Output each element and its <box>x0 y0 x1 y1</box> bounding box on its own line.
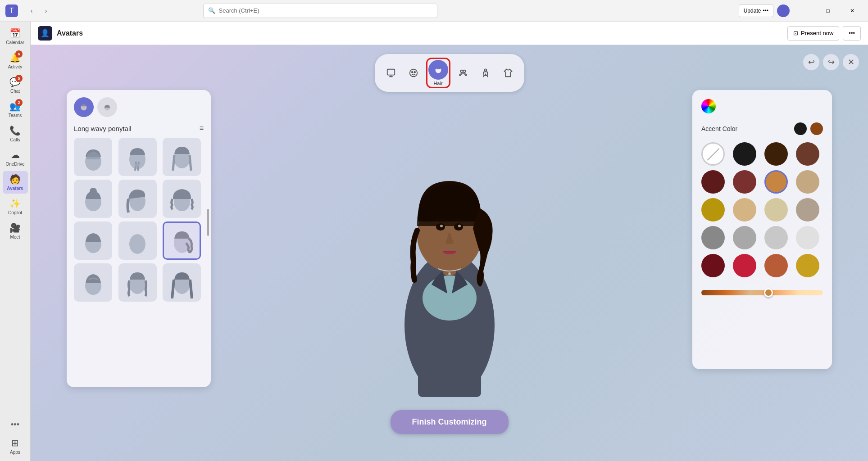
accent-swatch-brown[interactable] <box>810 122 823 135</box>
calls-icon: 📞 <box>9 125 21 136</box>
sidebar-item-calendar[interactable]: 📅 Calendar <box>3 25 28 48</box>
toolbar-hair-button[interactable] <box>428 60 448 80</box>
teams-icon: 👥 2 <box>9 101 21 112</box>
sidebar-item-label: Teams <box>9 113 22 118</box>
sidebar-item-copilot[interactable]: ✨ Copilot <box>3 195 28 218</box>
color-swatch-light-brown[interactable] <box>796 170 819 194</box>
calendar-icon: 📅 <box>9 28 21 39</box>
onedrive-icon: ☁ <box>11 149 20 160</box>
sidebar-item-meet[interactable]: 🎥 Meet <box>3 220 28 242</box>
undo-button[interactable]: ↩ <box>803 54 819 70</box>
toolbar-body-button[interactable] <box>476 63 495 83</box>
hair-item-12[interactable] <box>163 263 201 302</box>
color-swatch-none[interactable] <box>701 142 725 166</box>
sidebar-item-avatars[interactable]: 🧑 Avatars <box>3 171 28 194</box>
user-avatar[interactable] <box>777 5 790 17</box>
accent-color-label: Accent Color <box>701 125 737 132</box>
app-title: Avatars <box>57 29 83 37</box>
chat-badge: 5 <box>15 75 23 82</box>
color-swatch-red-brown[interactable] <box>733 170 756 194</box>
redo-button[interactable]: ↪ <box>823 54 839 70</box>
color-swatch-copper[interactable] <box>764 254 788 277</box>
toolbar-scene-button[interactable] <box>381 63 401 83</box>
hair-grid <box>74 138 204 302</box>
nav-buttons: ‹ › <box>25 5 52 17</box>
color-swatch-silver[interactable] <box>764 226 788 249</box>
sidebar-item-teams[interactable]: 👥 2 Teams <box>3 98 28 121</box>
accent-color-swatches <box>794 122 823 135</box>
slider-thumb[interactable] <box>764 288 773 297</box>
svg-point-32 <box>458 225 461 227</box>
color-swatch-silver-brown[interactable] <box>796 198 819 221</box>
sidebar-item-label: Chat <box>10 89 20 94</box>
svg-point-26 <box>423 276 477 321</box>
finish-customizing-button[interactable]: Finish Customizing <box>391 410 509 434</box>
sidebar-item-apps[interactable]: ⊞ Apps <box>3 435 28 457</box>
workspace-close-button[interactable]: ✕ <box>843 54 859 70</box>
color-swatch-sandy[interactable] <box>733 198 756 221</box>
color-swatch-red[interactable] <box>733 254 756 277</box>
close-button[interactable]: ✕ <box>842 4 863 18</box>
color-swatch-medium-brown[interactable] <box>796 142 819 166</box>
sidebar-item-activity[interactable]: 🔔 6 Activity <box>3 50 28 72</box>
color-swatch-caramel[interactable] <box>764 170 788 194</box>
sidebar-item-label: Avatars <box>7 186 23 191</box>
color-swatch-golden[interactable] <box>701 198 725 221</box>
hair-item-6[interactable] <box>163 180 201 218</box>
color-swatch-dark-brown[interactable] <box>764 142 788 166</box>
hair-item-2[interactable] <box>118 138 157 176</box>
present-icon: ⊡ <box>793 30 798 36</box>
sidebar-item-onedrive[interactable]: ☁ OneDrive <box>3 147 28 169</box>
color-swatch-dark-red[interactable] <box>701 254 725 277</box>
svg-rect-10 <box>105 107 110 108</box>
color-swatch-gray[interactable] <box>701 226 725 249</box>
forward-button[interactable]: › <box>40 5 52 17</box>
hair-tab-hair[interactable] <box>74 97 94 117</box>
maximize-button[interactable]: □ <box>818 4 838 18</box>
hair-item-1[interactable] <box>74 138 112 176</box>
update-button[interactable]: Update ••• <box>739 5 773 17</box>
hair-panel-title-row: Long wavy ponytail ≡ <box>74 124 204 132</box>
color-logo-icon <box>701 99 716 113</box>
hair-item-10[interactable] <box>74 263 112 302</box>
hair-tab-headwear[interactable] <box>97 97 117 117</box>
hair-item-3[interactable] <box>163 138 201 176</box>
color-swatch-dark-red-brown[interactable] <box>701 170 725 194</box>
apps-icon: ⊞ <box>11 438 19 448</box>
sidebar-more-button[interactable]: ••• <box>7 416 23 433</box>
color-grid <box>701 142 823 277</box>
search-bar[interactable]: 🔍 Search (Ctrl+E) <box>203 4 437 18</box>
hair-item-11[interactable] <box>118 263 157 302</box>
search-placeholder: Search (Ctrl+E) <box>219 7 259 14</box>
filter-icon[interactable]: ≡ <box>200 124 204 132</box>
sidebar-item-chat[interactable]: 💬 5 Chat <box>3 74 28 96</box>
sidebar-item-label: Apps <box>10 450 20 455</box>
present-now-button[interactable]: ⊡ Present now <box>787 26 839 41</box>
svg-point-33 <box>448 272 451 275</box>
color-slider[interactable] <box>701 290 823 295</box>
color-swatch-light-gray[interactable] <box>733 226 756 249</box>
sidebar-item-label: Calls <box>10 137 20 142</box>
hair-item-9[interactable] <box>163 221 201 260</box>
back-button[interactable]: ‹ <box>25 5 38 17</box>
color-swatch-white[interactable] <box>796 226 819 249</box>
toolbar-outfit-button[interactable] <box>498 63 518 83</box>
sidebar-item-label: Activity <box>8 64 23 69</box>
sidebar: 📅 Calendar 🔔 6 Activity 💬 5 Chat 👥 2 Tea… <box>0 22 31 461</box>
hair-item-7[interactable] <box>74 221 112 260</box>
toolbar-body-wrapper <box>476 63 495 83</box>
minimize-button[interactable]: – <box>793 4 814 18</box>
sidebar-item-calls[interactable]: 📞 Calls <box>3 122 28 145</box>
svg-point-31 <box>440 225 443 227</box>
svg-point-6 <box>463 70 466 73</box>
accent-swatch-black[interactable] <box>794 122 807 135</box>
color-swatch-gold-yellow[interactable] <box>796 254 819 277</box>
toolbar-group-button[interactable] <box>453 63 473 83</box>
hair-item-4[interactable] <box>74 180 112 218</box>
hair-item-8[interactable] <box>118 221 157 260</box>
toolbar-face-button[interactable] <box>404 63 423 83</box>
color-swatch-light-golden[interactable] <box>764 198 788 221</box>
color-swatch-black[interactable] <box>733 142 756 166</box>
hair-item-5[interactable] <box>118 180 157 218</box>
header-more-button[interactable]: ••• <box>843 26 861 41</box>
